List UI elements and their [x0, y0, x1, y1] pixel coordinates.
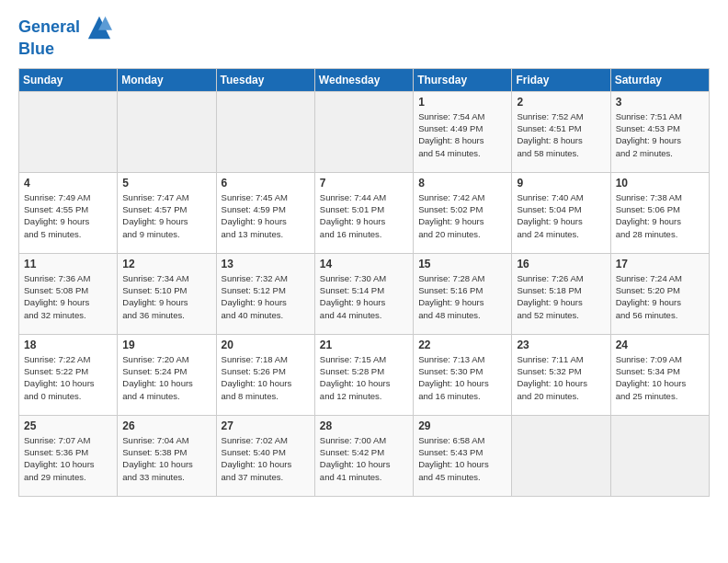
calendar-cell: 5Sunrise: 7:47 AM Sunset: 4:57 PM Daylig…: [118, 172, 216, 253]
day-number: 10: [616, 177, 704, 190]
calendar-week-row: 4Sunrise: 7:49 AM Sunset: 4:55 PM Daylig…: [19, 172, 710, 253]
weekday-header: Tuesday: [216, 68, 314, 91]
day-number: 19: [122, 339, 210, 351]
calendar-cell: 9Sunrise: 7:40 AM Sunset: 5:04 PM Daylig…: [512, 172, 610, 253]
weekday-header: Sunday: [19, 68, 118, 91]
calendar-table: SundayMondayTuesdayWednesdayThursdayFrid…: [18, 68, 710, 497]
day-info: Sunrise: 7:28 AM Sunset: 5:16 PM Dayligh…: [418, 272, 506, 321]
day-number: 6: [222, 177, 310, 190]
day-info: Sunrise: 7:34 AM Sunset: 5:10 PM Dayligh…: [122, 272, 210, 321]
calendar-cell: 3Sunrise: 7:51 AM Sunset: 4:53 PM Daylig…: [610, 91, 709, 172]
calendar-week-row: 11Sunrise: 7:36 AM Sunset: 5:08 PM Dayli…: [19, 253, 710, 334]
day-number: 5: [122, 177, 210, 190]
day-info: Sunrise: 7:49 AM Sunset: 4:55 PM Dayligh…: [24, 191, 112, 240]
day-number: 17: [616, 258, 704, 270]
calendar-cell: 12Sunrise: 7:34 AM Sunset: 5:10 PM Dayli…: [118, 253, 216, 334]
day-info: Sunrise: 7:00 AM Sunset: 5:42 PM Dayligh…: [320, 434, 408, 483]
day-info: Sunrise: 7:42 AM Sunset: 5:02 PM Dayligh…: [418, 191, 506, 240]
day-info: Sunrise: 6:58 AM Sunset: 5:43 PM Dayligh…: [418, 434, 506, 483]
day-number: 1: [418, 96, 506, 109]
calendar-cell: 15Sunrise: 7:28 AM Sunset: 5:16 PM Dayli…: [414, 253, 512, 334]
calendar-cell: [19, 91, 118, 172]
day-info: Sunrise: 7:52 AM Sunset: 4:51 PM Dayligh…: [517, 110, 605, 159]
day-info: Sunrise: 7:38 AM Sunset: 5:06 PM Dayligh…: [616, 191, 704, 240]
calendar-cell: 24Sunrise: 7:09 AM Sunset: 5:34 PM Dayli…: [610, 334, 709, 415]
day-number: 2: [517, 96, 605, 109]
logo-text: General: [18, 15, 112, 40]
day-info: Sunrise: 7:22 AM Sunset: 5:22 PM Dayligh…: [24, 353, 112, 402]
calendar-cell: 21Sunrise: 7:15 AM Sunset: 5:28 PM Dayli…: [314, 334, 413, 415]
day-number: 3: [616, 96, 704, 109]
calendar-cell: 2Sunrise: 7:52 AM Sunset: 4:51 PM Daylig…: [512, 91, 610, 172]
calendar-cell: [512, 415, 610, 496]
calendar-week-row: 25Sunrise: 7:07 AM Sunset: 5:36 PM Dayli…: [19, 415, 710, 496]
logo-subtext: Blue: [18, 40, 112, 59]
day-number: 29: [418, 419, 506, 432]
day-info: Sunrise: 7:13 AM Sunset: 5:30 PM Dayligh…: [418, 353, 506, 402]
calendar-cell: 27Sunrise: 7:02 AM Sunset: 5:40 PM Dayli…: [216, 415, 314, 496]
day-info: Sunrise: 7:26 AM Sunset: 5:18 PM Dayligh…: [517, 272, 605, 321]
day-number: 9: [517, 177, 605, 190]
day-info: Sunrise: 7:09 AM Sunset: 5:34 PM Dayligh…: [616, 353, 704, 402]
calendar-cell: 19Sunrise: 7:20 AM Sunset: 5:24 PM Dayli…: [118, 334, 216, 415]
calendar-cell: 17Sunrise: 7:24 AM Sunset: 5:20 PM Dayli…: [610, 253, 709, 334]
day-number: 16: [517, 258, 605, 270]
day-number: 26: [122, 419, 210, 432]
day-number: 11: [24, 258, 112, 270]
day-info: Sunrise: 7:40 AM Sunset: 5:04 PM Dayligh…: [517, 191, 605, 240]
calendar-cell: 6Sunrise: 7:45 AM Sunset: 4:59 PM Daylig…: [216, 172, 314, 253]
calendar-cell: 22Sunrise: 7:13 AM Sunset: 5:30 PM Dayli…: [414, 334, 512, 415]
calendar-cell: 7Sunrise: 7:44 AM Sunset: 5:01 PM Daylig…: [314, 172, 413, 253]
day-info: Sunrise: 7:32 AM Sunset: 5:12 PM Dayligh…: [222, 272, 310, 321]
calendar-cell: 25Sunrise: 7:07 AM Sunset: 5:36 PM Dayli…: [19, 415, 118, 496]
calendar-cell: 11Sunrise: 7:36 AM Sunset: 5:08 PM Dayli…: [19, 253, 118, 334]
day-number: 8: [418, 177, 506, 190]
calendar-cell: 14Sunrise: 7:30 AM Sunset: 5:14 PM Dayli…: [314, 253, 413, 334]
day-info: Sunrise: 7:18 AM Sunset: 5:26 PM Dayligh…: [222, 353, 310, 402]
day-number: 4: [24, 177, 112, 190]
weekday-header: Friday: [512, 68, 610, 91]
day-number: 18: [24, 339, 112, 351]
calendar-cell: 4Sunrise: 7:49 AM Sunset: 4:55 PM Daylig…: [19, 172, 118, 253]
calendar-cell: 20Sunrise: 7:18 AM Sunset: 5:26 PM Dayli…: [216, 334, 314, 415]
day-info: Sunrise: 7:11 AM Sunset: 5:32 PM Dayligh…: [517, 353, 605, 402]
day-number: 12: [122, 258, 210, 270]
calendar-cell: [118, 91, 216, 172]
calendar-cell: 10Sunrise: 7:38 AM Sunset: 5:06 PM Dayli…: [610, 172, 709, 253]
calendar-cell: 18Sunrise: 7:22 AM Sunset: 5:22 PM Dayli…: [19, 334, 118, 415]
calendar-cell: 16Sunrise: 7:26 AM Sunset: 5:18 PM Dayli…: [512, 253, 610, 334]
weekday-header: Saturday: [610, 68, 709, 91]
day-number: 23: [517, 339, 605, 351]
day-info: Sunrise: 7:30 AM Sunset: 5:14 PM Dayligh…: [320, 272, 408, 321]
weekday-header: Monday: [118, 68, 216, 91]
calendar-cell: [216, 91, 314, 172]
calendar-week-row: 1Sunrise: 7:54 AM Sunset: 4:49 PM Daylig…: [19, 91, 710, 172]
day-info: Sunrise: 7:02 AM Sunset: 5:40 PM Dayligh…: [222, 434, 310, 483]
day-number: 22: [418, 339, 506, 351]
day-number: 7: [320, 177, 408, 190]
page-header: General Blue: [18, 15, 710, 59]
calendar-cell: [610, 415, 709, 496]
calendar-cell: 26Sunrise: 7:04 AM Sunset: 5:38 PM Dayli…: [118, 415, 216, 496]
day-info: Sunrise: 7:04 AM Sunset: 5:38 PM Dayligh…: [122, 434, 210, 483]
calendar-week-row: 18Sunrise: 7:22 AM Sunset: 5:22 PM Dayli…: [19, 334, 710, 415]
day-info: Sunrise: 7:07 AM Sunset: 5:36 PM Dayligh…: [24, 434, 112, 483]
calendar-cell: 29Sunrise: 6:58 AM Sunset: 5:43 PM Dayli…: [414, 415, 512, 496]
day-info: Sunrise: 7:47 AM Sunset: 4:57 PM Dayligh…: [122, 191, 210, 240]
weekday-header-row: SundayMondayTuesdayWednesdayThursdayFrid…: [19, 68, 710, 91]
logo: General Blue: [18, 15, 112, 59]
day-info: Sunrise: 7:20 AM Sunset: 5:24 PM Dayligh…: [122, 353, 210, 402]
day-number: 15: [418, 258, 506, 270]
calendar-cell: 1Sunrise: 7:54 AM Sunset: 4:49 PM Daylig…: [414, 91, 512, 172]
day-info: Sunrise: 7:36 AM Sunset: 5:08 PM Dayligh…: [24, 272, 112, 321]
calendar-cell: 28Sunrise: 7:00 AM Sunset: 5:42 PM Dayli…: [314, 415, 413, 496]
day-number: 14: [320, 258, 408, 270]
calendar-cell: 13Sunrise: 7:32 AM Sunset: 5:12 PM Dayli…: [216, 253, 314, 334]
day-info: Sunrise: 7:54 AM Sunset: 4:49 PM Dayligh…: [418, 110, 506, 159]
day-info: Sunrise: 7:15 AM Sunset: 5:28 PM Dayligh…: [320, 353, 408, 402]
day-info: Sunrise: 7:45 AM Sunset: 4:59 PM Dayligh…: [222, 191, 310, 240]
weekday-header: Wednesday: [314, 68, 413, 91]
calendar-cell: 8Sunrise: 7:42 AM Sunset: 5:02 PM Daylig…: [414, 172, 512, 253]
calendar-cell: 23Sunrise: 7:11 AM Sunset: 5:32 PM Dayli…: [512, 334, 610, 415]
day-info: Sunrise: 7:51 AM Sunset: 4:53 PM Dayligh…: [616, 110, 704, 159]
